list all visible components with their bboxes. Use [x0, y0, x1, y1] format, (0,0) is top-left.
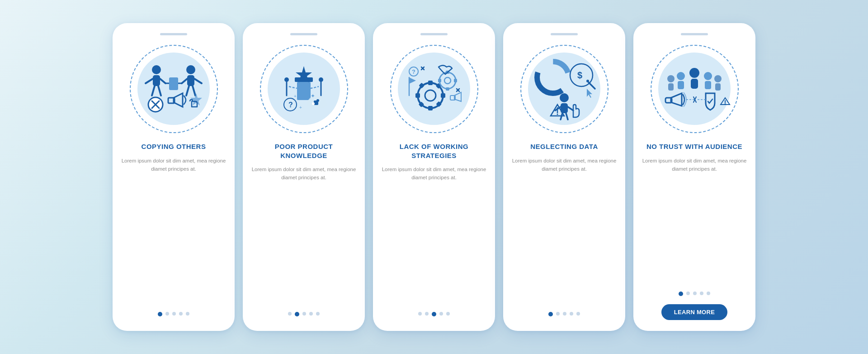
card-lack-of-working-strategies-dots	[418, 312, 450, 316]
svg-point-88	[667, 75, 675, 82]
dot-2[interactable]	[686, 292, 690, 295]
svg-line-11	[193, 86, 195, 96]
dot-2[interactable]	[556, 312, 560, 316]
illustration-poor-product-knowledge: ? ✦ + +	[259, 43, 349, 134]
svg-rect-12	[169, 77, 178, 90]
svg-line-78	[566, 113, 568, 120]
card-neglecting-data-dots	[548, 312, 580, 316]
svg-point-0	[152, 65, 161, 74]
card-lack-of-working-strategies-title: LACK OF WORKING STRATEGIES	[381, 142, 487, 160]
svg-line-76	[568, 107, 573, 110]
no-trust-with-audience-icon	[658, 53, 731, 125]
dot-1[interactable]	[288, 312, 292, 316]
svg-point-84	[677, 72, 685, 80]
card-poor-product-knowledge-desc: Lorem ipsum dolor sit dim amet, mea regi…	[251, 165, 357, 306]
svg-text:?: ?	[412, 68, 415, 75]
dot-3[interactable]	[693, 292, 697, 295]
svg-line-10	[186, 86, 189, 96]
svg-point-86	[704, 72, 712, 80]
svg-text:+: +	[294, 94, 297, 99]
notch-bar	[420, 33, 448, 35]
dot-2[interactable]	[425, 312, 429, 316]
cards-container: COPYING OTHERS Lorem ipsum dolor sit dim…	[104, 14, 764, 340]
notch-bar	[160, 33, 187, 35]
svg-rect-41	[428, 81, 433, 85]
card-copying-others-dots	[158, 312, 189, 316]
illustration-lack-of-working-strategies: ?	[389, 43, 479, 134]
dot-2[interactable]	[165, 312, 169, 316]
card-lack-of-working-strategies: ? LACK OF WORKING STRATEGIES Lorem ip	[373, 23, 495, 331]
svg-text:✦: ✦	[311, 93, 315, 99]
card-no-trust-with-audience-desc: Lorem ipsum dolor sit dim amet, mea regi…	[642, 157, 747, 286]
dot-2[interactable]	[295, 312, 299, 316]
svg-text:+: +	[299, 105, 302, 110]
svg-rect-43	[415, 93, 420, 98]
dot-5[interactable]	[707, 292, 710, 295]
learn-more-button[interactable]: LEARN MORE	[661, 304, 727, 320]
svg-rect-1	[153, 75, 160, 86]
dot-3[interactable]	[172, 312, 176, 316]
dot-5[interactable]	[576, 312, 580, 316]
svg-marker-62	[409, 77, 416, 84]
dot-1[interactable]	[679, 292, 683, 296]
card-lack-of-working-strategies-desc: Lorem ipsum dolor sit dim amet, mea regi…	[381, 165, 487, 306]
dot-3[interactable]	[432, 312, 436, 316]
card-copying-others: COPYING OTHERS Lorem ipsum dolor sit dim…	[113, 23, 235, 331]
copying-others-icon	[137, 53, 210, 125]
svg-rect-34	[316, 99, 319, 102]
svg-rect-85	[678, 81, 684, 89]
svg-marker-92	[671, 93, 682, 106]
svg-point-90	[714, 75, 722, 82]
svg-point-40	[425, 90, 436, 101]
svg-point-49	[439, 72, 456, 89]
svg-rect-7	[187, 75, 194, 86]
svg-point-73	[560, 93, 569, 102]
svg-line-5	[158, 86, 161, 96]
card-neglecting-data: $ NEGLECTING DATA	[503, 23, 625, 331]
svg-rect-87	[705, 81, 711, 89]
svg-point-25	[284, 77, 289, 82]
svg-rect-54	[454, 79, 457, 82]
illustration-no-trust-with-audience	[649, 43, 740, 134]
svg-point-6	[186, 65, 195, 74]
notch-bar	[290, 33, 317, 35]
svg-line-2	[146, 79, 153, 83]
dot-4[interactable]	[439, 312, 443, 316]
svg-rect-89	[668, 83, 674, 91]
svg-line-3	[160, 79, 165, 83]
svg-line-70	[589, 82, 595, 89]
card-neglecting-data-title: NEGLECTING DATA	[530, 142, 598, 151]
svg-rect-53	[438, 79, 441, 82]
dot-4[interactable]	[700, 292, 703, 295]
svg-rect-42	[428, 106, 433, 110]
neglecting-data-icon: $	[528, 53, 600, 125]
dot-4[interactable]	[179, 312, 183, 316]
dot-1[interactable]	[158, 312, 162, 316]
svg-rect-83	[691, 79, 698, 89]
notch-bar	[551, 33, 578, 35]
svg-point-71	[586, 80, 589, 82]
dot-4[interactable]	[309, 312, 313, 316]
dot-4[interactable]	[570, 312, 573, 316]
card-poor-product-knowledge-dots	[288, 312, 320, 316]
svg-rect-22	[297, 82, 311, 100]
svg-text:$: $	[577, 70, 582, 80]
card-copying-others-desc: Lorem ipsum dolor sit dim amet, mea regi…	[121, 157, 226, 306]
card-poor-product-knowledge-title: POOR PRODUCT KNOWLEDGE	[251, 142, 357, 160]
svg-line-4	[152, 86, 155, 96]
card-poor-product-knowledge: ? ✦ + + POOR PRODUCT KNOWLEDGE Lorem ips…	[243, 23, 365, 331]
dot-3[interactable]	[302, 312, 306, 316]
dot-1[interactable]	[548, 312, 553, 316]
card-no-trust-with-audience: NO TRUST WITH AUDIENCE Lorem ipsum dolor…	[633, 23, 755, 331]
svg-point-50	[444, 77, 451, 84]
dot-5[interactable]	[446, 312, 450, 316]
svg-rect-91	[715, 83, 721, 91]
svg-text:?: ?	[288, 101, 293, 109]
dot-3[interactable]	[563, 312, 566, 316]
dot-5[interactable]	[186, 312, 189, 316]
card-no-trust-with-audience-title: NO TRUST WITH AUDIENCE	[646, 142, 742, 151]
dot-1[interactable]	[418, 312, 422, 316]
dot-5[interactable]	[316, 312, 320, 316]
svg-marker-72	[587, 89, 592, 98]
svg-rect-35	[312, 102, 315, 105]
